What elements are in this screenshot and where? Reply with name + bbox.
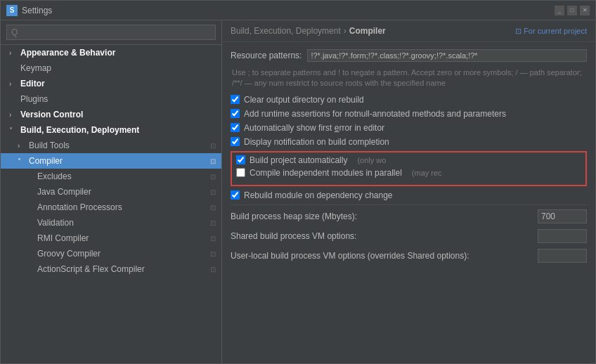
breadcrumb-separator: › [344,26,346,36]
arrow-icon: › [9,49,18,57]
sidebar-item-label: RMI Compiler [37,233,210,243]
sidebar-item-label: Compiler [29,156,210,166]
window-title: Settings [22,6,52,15]
build-auto-note: (only wo [357,156,386,164]
compile-parallel-checkbox[interactable] [236,168,245,177]
sidebar-item-rmi-compiler[interactable]: RMI Compiler ⊡ [1,230,221,246]
user-local-vm-input[interactable] [538,249,587,263]
checkbox-add-runtime: Add runtime assertions for notnull-annot… [231,109,587,119]
settings-icon: ⊡ [210,157,216,165]
heap-size-label: Build process heap size (Mbytes): [231,212,532,221]
settings-icon: ⊡ [210,173,216,181]
arrow-icon: ˅ [18,157,26,165]
arrow-icon: ˅ [9,126,18,134]
sidebar-item-annotation-processors[interactable]: Annotation Processors ⊡ [1,200,221,215]
resource-patterns-label: Resource patterns: [231,49,302,60]
breadcrumb-current: Compiler [349,26,386,36]
sidebar-item-label: Groovy Compiler [37,249,210,259]
breadcrumb: Build, Execution, Deployment › Compiler … [222,20,595,42]
sidebar-item-compiler[interactable]: ˅ Compiler ⊡ [1,153,221,169]
sidebar-item-actionscript[interactable]: ActionScript & Flex Compiler ⊡ [1,261,221,277]
sidebar-item-label: Editor [20,79,216,89]
settings-icon: ⊡ [210,235,216,242]
settings-icon: ⊡ [210,142,216,150]
clear-output-label[interactable]: Clear output directory on rebuild [244,95,364,105]
sidebar-item-label: Build, Execution, Deployment [20,125,216,135]
minimize-button[interactable]: _ [555,6,564,15]
sidebar-item-excludes[interactable]: Excludes ⊡ [1,169,221,184]
sidebar-item-plugins[interactable]: Plugins [1,91,221,107]
auto-show-error-label[interactable]: Automatically show first error in editor [244,123,384,133]
sidebar-item-label: Excludes [37,171,210,181]
search-input[interactable] [6,25,216,40]
rebuild-module-label[interactable]: Rebuild module on dependency change [244,190,393,200]
arrow-icon: › [9,111,18,119]
checkbox-rebuild-module: Rebuild module on dependency change [231,190,587,200]
sidebar-item-build-tools[interactable]: › Build Tools ⊡ [1,138,221,153]
close-button[interactable]: ✕ [580,6,590,15]
resource-patterns-input[interactable] [307,49,587,62]
compile-parallel-note: (may rec [412,169,442,177]
sidebar-item-groovy-compiler[interactable]: Groovy Compiler ⊡ [1,246,221,261]
sidebar-item-editor[interactable]: › Editor [1,76,221,91]
settings-window: S Settings _ □ ✕ › Appearance & Behavior… [0,0,596,364]
settings-icon: ⊡ [210,204,216,212]
checkbox-clear-output: Clear output directory on rebuild [231,95,587,105]
project-link[interactable]: ⊡ For current project [515,27,587,36]
main-content: Build, Execution, Deployment › Compiler … [222,20,595,363]
sidebar-item-appearance[interactable]: › Appearance & Behavior [1,45,221,60]
search-bar [1,20,221,45]
build-auto-checkbox[interactable] [236,155,245,164]
sidebar-item-label: Build Tools [29,141,210,150]
sidebar-item-label: Java Compiler [37,187,210,197]
add-runtime-label[interactable]: Add runtime assertions for notnull-annot… [244,109,506,119]
rebuild-module-checkbox[interactable] [231,190,240,200]
maximize-button[interactable]: □ [567,6,577,15]
sidebar-item-label: Keymap [20,63,216,73]
shared-vm-label: Shared build process VM options: [231,231,532,241]
arrow-icon: › [18,142,26,150]
sidebar-item-label: Annotation Processors [37,202,210,212]
checkbox-display-notification: Display notification on build completion [231,137,587,147]
heap-size-input[interactable] [538,209,587,223]
checkbox-build-auto: Build project automatically (only wo [236,155,581,165]
sidebar-item-label: Appearance & Behavior [20,48,216,58]
resource-patterns-row: Resource patterns: [231,49,587,62]
sidebar-item-label: ActionScript & Flex Compiler [37,264,210,274]
main-layout: › Appearance & Behavior Keymap › Editor … [1,20,595,363]
window-controls: _ □ ✕ [555,6,590,15]
sidebar-item-java-compiler[interactable]: Java Compiler ⊡ [1,184,221,200]
auto-show-error-checkbox[interactable] [231,123,240,132]
breadcrumb-path: Build, Execution, Deployment [231,26,341,36]
titlebar: S Settings _ □ ✕ [1,1,595,20]
settings-body: Resource patterns: Use ; to separate pat… [222,42,595,275]
settings-icon: ⊡ [210,250,216,258]
display-notification-checkbox[interactable] [231,137,240,146]
compile-parallel-label[interactable]: Compile independent modules in parallel [250,168,402,178]
arrow-icon: › [9,80,18,88]
clear-output-checkbox[interactable] [231,95,240,104]
build-auto-label[interactable]: Build project automatically [250,155,347,165]
app-icon: S [6,5,18,16]
shared-vm-row: Shared build process VM options: [231,229,587,243]
checkbox-compile-parallel: Compile independent modules in parallel … [236,168,581,178]
sidebar-item-label: Plugins [20,94,216,104]
sidebar-item-label: Validation [37,218,210,228]
heap-size-row: Build process heap size (Mbytes): [231,209,587,223]
user-local-vm-row: User-local build process VM options (ove… [231,249,587,263]
settings-icon: ⊡ [210,188,216,196]
resource-patterns-help: Use ; to separate patterns and ! to nega… [231,67,587,89]
settings-icon: ⊡ [210,219,216,227]
sidebar-item-validation[interactable]: Validation ⊡ [1,215,221,230]
user-local-vm-label: User-local build process VM options (ove… [231,251,532,261]
sidebar: › Appearance & Behavior Keymap › Editor … [1,20,222,363]
highlighted-section: Build project automatically (only wo Com… [231,151,587,186]
divider [231,204,587,205]
checkbox-auto-show-error: Automatically show first error in editor [231,123,587,133]
shared-vm-input[interactable] [538,229,587,243]
sidebar-item-version-control[interactable]: › Version Control [1,107,221,122]
sidebar-item-build-exec[interactable]: ˅ Build, Execution, Deployment [1,122,221,138]
display-notification-label[interactable]: Display notification on build completion [244,137,389,147]
sidebar-item-keymap[interactable]: Keymap [1,60,221,76]
add-runtime-checkbox[interactable] [231,109,240,118]
